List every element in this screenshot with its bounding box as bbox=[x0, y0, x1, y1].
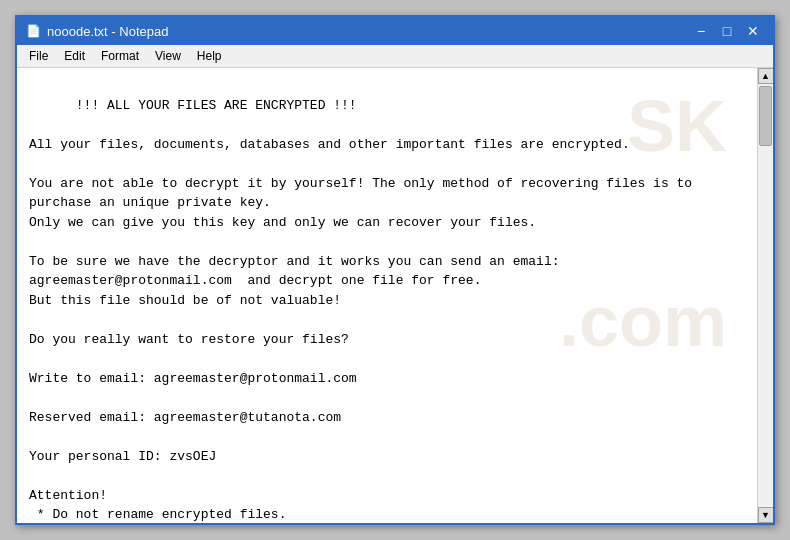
notepad-window: 📄 nooode.txt - Notepad − □ ✕ File Edit F… bbox=[15, 15, 775, 525]
menu-format[interactable]: Format bbox=[93, 47, 147, 65]
editor-content: !!! ALL YOUR FILES ARE ENCRYPTED !!! All… bbox=[29, 98, 731, 524]
content-area: !!! ALL YOUR FILES ARE ENCRYPTED !!! All… bbox=[17, 68, 773, 523]
scroll-down-button[interactable]: ▼ bbox=[758, 507, 774, 523]
window-title: nooode.txt - Notepad bbox=[47, 24, 168, 39]
app-icon: 📄 bbox=[25, 23, 41, 39]
minimize-button[interactable]: − bbox=[689, 21, 713, 41]
title-bar-left: 📄 nooode.txt - Notepad bbox=[25, 23, 168, 39]
maximize-button[interactable]: □ bbox=[715, 21, 739, 41]
title-controls: − □ ✕ bbox=[689, 21, 765, 41]
menu-help[interactable]: Help bbox=[189, 47, 230, 65]
menu-file[interactable]: File bbox=[21, 47, 56, 65]
title-bar: 📄 nooode.txt - Notepad − □ ✕ bbox=[17, 17, 773, 45]
menu-view[interactable]: View bbox=[147, 47, 189, 65]
close-button[interactable]: ✕ bbox=[741, 21, 765, 41]
watermark-line2: .com bbox=[559, 289, 727, 354]
scrollbar-thumb[interactable] bbox=[759, 86, 772, 146]
menu-edit[interactable]: Edit bbox=[56, 47, 93, 65]
text-editor[interactable]: !!! ALL YOUR FILES ARE ENCRYPTED !!! All… bbox=[17, 68, 757, 523]
scrollbar-track[interactable] bbox=[758, 84, 773, 507]
scroll-up-button[interactable]: ▲ bbox=[758, 68, 774, 84]
scrollbar[interactable]: ▲ ▼ bbox=[757, 68, 773, 523]
watermark: SK .com bbox=[559, 68, 727, 483]
menu-bar: File Edit Format View Help bbox=[17, 45, 773, 68]
